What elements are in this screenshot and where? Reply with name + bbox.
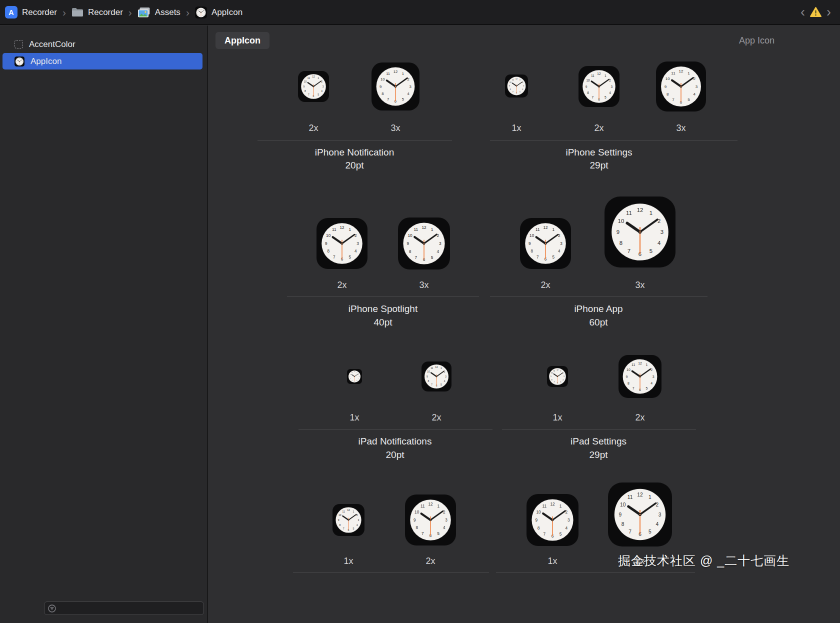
- icon-slot[interactable]: 123456789101112: [520, 218, 571, 269]
- svg-text:9: 9: [426, 376, 428, 378]
- group-size: 20pt: [250, 160, 460, 171]
- svg-text:1: 1: [560, 504, 562, 508]
- svg-text:7: 7: [672, 98, 674, 102]
- svg-text:1: 1: [552, 228, 555, 232]
- xcode-window: ARecorder›Recorder›Assets›12345678910111…: [0, 0, 840, 623]
- clock-app-icon: 123456789101112: [422, 362, 452, 392]
- icon-slot[interactable]: 123456789101112: [347, 369, 362, 384]
- svg-text:4: 4: [356, 524, 358, 526]
- svg-text:10: 10: [551, 372, 553, 374]
- scale-label: 3x: [404, 280, 444, 290]
- svg-text:12: 12: [347, 508, 350, 512]
- icon-slot[interactable]: 123456789101112: [618, 355, 662, 398]
- scale-label: 1x: [496, 123, 536, 134]
- svg-text:9: 9: [303, 86, 304, 88]
- clock-app-icon: 123456789101112: [526, 494, 578, 546]
- scale-label: 2x: [620, 412, 660, 423]
- svg-text:7: 7: [632, 386, 634, 390]
- svg-text:8: 8: [428, 380, 430, 382]
- svg-text:7: 7: [512, 91, 514, 93]
- icon-slot[interactable]: 123456789101112: [656, 62, 706, 112]
- svg-text:5: 5: [440, 384, 442, 386]
- group-name: iPhone Spotlight: [278, 304, 488, 314]
- icon-slot[interactable]: 123456789101112: [398, 218, 450, 270]
- svg-text:4: 4: [443, 526, 446, 530]
- group-size: 29pt: [494, 450, 704, 460]
- svg-text:4: 4: [354, 249, 357, 254]
- icon-slot[interactable]: 123456789101112: [372, 62, 420, 110]
- svg-text:9: 9: [664, 84, 667, 89]
- group-divider: [258, 140, 452, 140]
- svg-text:9: 9: [616, 229, 620, 235]
- icon-slot[interactable]: 123456789101112: [505, 74, 528, 98]
- svg-text:12: 12: [597, 72, 601, 76]
- icon-slot[interactable]: 123456789101112: [547, 366, 568, 387]
- group-divider: [490, 140, 738, 140]
- icon-slot[interactable]: 123456789101112: [422, 362, 452, 392]
- clock-app-icon: 123456789101112: [298, 71, 329, 102]
- svg-text:9: 9: [509, 85, 510, 87]
- icon-slot[interactable]: 123456789101112: [316, 218, 368, 269]
- svg-text:11: 11: [420, 504, 425, 508]
- svg-text:7: 7: [422, 532, 424, 536]
- svg-text:3: 3: [568, 518, 570, 522]
- svg-text:10: 10: [536, 510, 542, 514]
- svg-text:5: 5: [560, 532, 562, 536]
- svg-text:1: 1: [349, 228, 352, 232]
- clock-app-icon: 123456789101112: [316, 218, 368, 269]
- svg-text:11: 11: [386, 72, 390, 76]
- clock-app-icon: 123456789101112: [608, 482, 672, 546]
- svg-text:8: 8: [327, 249, 330, 254]
- svg-text:11: 11: [512, 79, 514, 81]
- icon-slot[interactable]: 123456789101112: [578, 66, 620, 107]
- app-icon-grid: 1234567891011122x1234567891011123xiPhone…: [0, 0, 840, 623]
- svg-text:5: 5: [646, 386, 648, 390]
- svg-text:11: 11: [536, 228, 540, 232]
- asset-type-label: App Icon: [739, 36, 774, 46]
- svg-text:12: 12: [637, 492, 643, 498]
- svg-text:10: 10: [620, 502, 626, 508]
- svg-text:1: 1: [438, 504, 440, 508]
- icon-slot[interactable]: 123456789101112: [298, 71, 329, 102]
- svg-text:9: 9: [380, 84, 382, 89]
- svg-text:5: 5: [438, 532, 440, 536]
- icon-slot[interactable]: 123456789101112: [604, 196, 676, 268]
- svg-text:10: 10: [618, 218, 624, 224]
- svg-text:5: 5: [560, 381, 562, 383]
- svg-text:9: 9: [414, 518, 416, 522]
- svg-text:7: 7: [536, 255, 539, 260]
- svg-text:9: 9: [626, 375, 628, 378]
- svg-text:8: 8: [382, 92, 384, 96]
- svg-text:11: 11: [671, 71, 676, 76]
- icon-slot[interactable]: 123456789101112: [608, 482, 672, 546]
- icon-slot[interactable]: 123456789101112: [526, 494, 578, 546]
- svg-text:3: 3: [410, 84, 412, 89]
- svg-text:9: 9: [528, 242, 531, 246]
- group-divider: [293, 572, 489, 573]
- icon-slot[interactable]: 123456789101112: [405, 494, 456, 546]
- svg-text:12: 12: [679, 69, 684, 74]
- svg-text:5: 5: [650, 248, 652, 254]
- svg-text:4: 4: [522, 88, 523, 90]
- svg-text:7: 7: [544, 532, 546, 536]
- svg-text:4: 4: [437, 249, 440, 254]
- svg-text:4: 4: [658, 240, 660, 246]
- svg-text:2: 2: [694, 76, 696, 81]
- icon-slot[interactable]: 123456789101112: [332, 504, 364, 536]
- group-size: 20pt: [290, 450, 500, 460]
- svg-text:10: 10: [408, 233, 413, 238]
- svg-text:12: 12: [435, 366, 438, 368]
- svg-text:12: 12: [340, 226, 344, 230]
- svg-text:2: 2: [356, 514, 358, 516]
- svg-text:11: 11: [542, 504, 547, 508]
- svg-text:4: 4: [321, 90, 322, 92]
- asset-title-tab[interactable]: AppIcon: [216, 32, 270, 49]
- svg-text:5: 5: [352, 527, 354, 530]
- svg-text:3: 3: [439, 241, 442, 246]
- scale-label: 1x: [532, 556, 572, 566]
- svg-text:10: 10: [666, 76, 670, 81]
- svg-text:1: 1: [431, 227, 434, 232]
- clock-app-icon: 123456789101112: [347, 369, 362, 384]
- svg-text:7: 7: [343, 527, 344, 530]
- svg-text:7: 7: [628, 529, 632, 534]
